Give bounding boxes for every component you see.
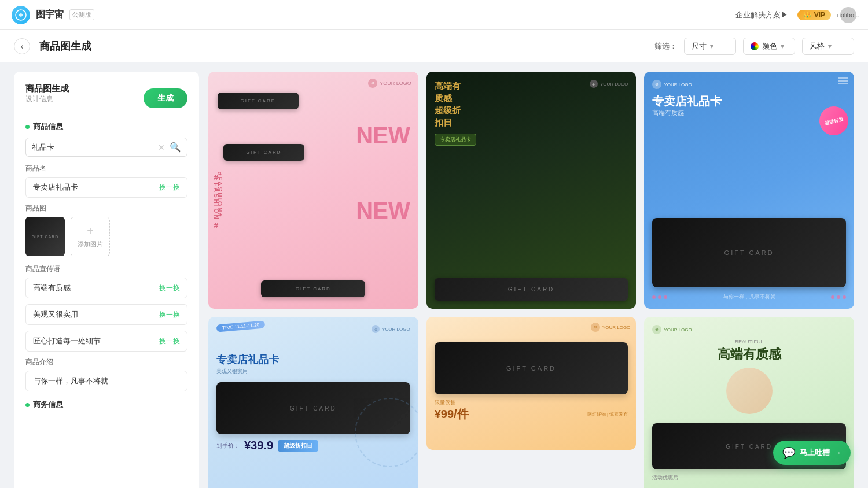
card-3-header: ⊕ YOUR LOGO bbox=[652, 80, 846, 89]
card-3-logo-text: YOUR LOGO bbox=[664, 82, 692, 87]
add-image-button[interactable]: + 添加图片 bbox=[71, 217, 110, 256]
dot-1 bbox=[652, 295, 656, 299]
card-4-light-blue[interactable]: TIME 11.11-11.20 ⊕ YOUR LOGO 专卖店礼品卡 美观又很… bbox=[208, 317, 418, 488]
clear-icon[interactable]: ✕ bbox=[158, 143, 165, 152]
panel-subtitle: 设计信息 bbox=[25, 94, 69, 104]
product-image-thumb[interactable]: GIFT CARD bbox=[25, 217, 65, 256]
generate-button[interactable]: 生成 bbox=[144, 88, 187, 108]
card-4-title: 专卖店礼品卡 bbox=[216, 353, 410, 367]
color-filter[interactable]: 颜色 ▾ bbox=[743, 38, 795, 55]
search-input[interactable] bbox=[32, 143, 153, 151]
slogan-3-swap[interactable]: 换一换 bbox=[159, 337, 180, 346]
gift-card-3-wrap: GIFT CARD bbox=[261, 280, 365, 297]
card-2-giftcard-text: GIFT CARD bbox=[508, 286, 555, 293]
circle-deco bbox=[726, 368, 773, 414]
vip-badge[interactable]: 👑 VIP bbox=[797, 10, 831, 20]
card-5-logo: ⊕ YOUR LOGO bbox=[591, 323, 630, 332]
gift-card-text-3: GIFT CARD bbox=[296, 286, 331, 291]
card-5-footer-1: 限量仅售： bbox=[435, 399, 628, 406]
slogan-1-row: 高端有质感 换一换 bbox=[25, 278, 187, 298]
page-title: 商品图生成 bbox=[39, 39, 91, 53]
main-layout: 商品图生成 设计信息 生成 商品信息 ✕ 🔍 商品名 专卖店礼品卡 换一换 商品… bbox=[0, 62, 868, 488]
dot-2 bbox=[658, 295, 661, 299]
card-3-bottom: 与你一样，凡事不将就 bbox=[652, 293, 846, 301]
slogan-label: 商品宣传语 bbox=[25, 264, 187, 274]
gift-card-text-2: GIFT CARD bbox=[247, 150, 282, 155]
gift-card-1: GIFT CARD bbox=[218, 93, 299, 109]
chevron-down-icon-3: ▾ bbox=[828, 42, 832, 50]
slogan-2-value: 美观又很实用 bbox=[33, 309, 78, 320]
enterprise-link[interactable]: 企业解决方案▶ bbox=[735, 10, 788, 20]
style-filter[interactable]: 风格 ▾ bbox=[802, 38, 854, 55]
gift-card-2: GIFT CARD bbox=[223, 144, 304, 161]
gift-card-text-1: GIFT CARD bbox=[241, 98, 276, 103]
feedback-text: 马上吐槽 bbox=[800, 448, 830, 458]
discount-badge: 超级折扣日 bbox=[278, 440, 318, 452]
size-filter[interactable]: 尺寸 ▾ bbox=[684, 38, 736, 55]
card-6-beautiful: — BEAUTIFUL — bbox=[652, 339, 846, 345]
store-badge: 专卖店礼品卡 bbox=[435, 134, 476, 146]
section-dot-icon-2 bbox=[25, 403, 30, 407]
card-1-logo: ⊕ YOUR LOGO bbox=[368, 79, 411, 88]
dot-6 bbox=[843, 295, 846, 299]
card-2-logo: ⊕ YOUR LOGO bbox=[590, 80, 628, 88]
section-dot-icon bbox=[25, 125, 30, 129]
panel-title-group: 商品图生成 设计信息 bbox=[25, 83, 69, 113]
panel-title: 商品图生成 bbox=[25, 83, 69, 94]
slogan-1-swap[interactable]: 换一换 bbox=[159, 283, 180, 293]
style-filter-label: 风格 bbox=[810, 41, 825, 51]
card-3-subtitle: 高端有质感 bbox=[652, 109, 846, 117]
brand-name: 图宇宙 bbox=[36, 9, 64, 21]
user-avatar[interactable]: nolibo... bbox=[840, 7, 856, 23]
search-icon[interactable]: 🔍 bbox=[170, 142, 181, 153]
card-5-autumn[interactable]: ⊕ YOUR LOGO GIFT CARD 限量仅售： ¥99/件 网红好物 |… bbox=[426, 317, 637, 450]
logo-icon bbox=[12, 6, 30, 24]
biz-info-section: 商务信息 bbox=[25, 400, 187, 410]
crown-icon: 👑 bbox=[803, 11, 812, 19]
product-name-value: 专卖店礼品卡 bbox=[33, 182, 78, 193]
header-right: 企业解决方案▶ 👑 VIP nolibo... bbox=[735, 7, 856, 23]
slogan-2-row: 美观又很实用 换一换 bbox=[25, 304, 187, 325]
card-5-giftcard: GIFT CARD bbox=[435, 342, 628, 394]
product-info-section: 商品信息 bbox=[25, 121, 187, 132]
card-2-dark-premium[interactable]: 高端有质感超级折扣日 专卖店礼品卡 ⊕ YOUR LOGO GIFT CARD bbox=[426, 72, 637, 309]
card-4-logo-text: YOUR LOGO bbox=[382, 327, 410, 332]
desc-row: 与你一样，凡事不将就 bbox=[25, 371, 187, 391]
product-name-swap[interactable]: 换一换 bbox=[159, 183, 180, 193]
card-4-logo-circle: ⊕ bbox=[372, 325, 380, 333]
card-1-pink-fashion[interactable]: ⊕ YOUR LOGO #FASHION# GIFT CARD NEW # FA… bbox=[208, 72, 418, 309]
slogan-3-row: 匠心打造每一处细节 换一换 bbox=[25, 331, 187, 352]
size-filter-label: 尺寸 bbox=[692, 41, 707, 51]
card-2-giftcard: GIFT CARD bbox=[435, 278, 628, 301]
feedback-bubble[interactable]: 💬 马上吐槽 → bbox=[773, 441, 851, 465]
thumb-text: GIFT CARD bbox=[32, 235, 59, 239]
header: 图宇宙 公测版 企业解决方案▶ 👑 VIP nolibo... bbox=[0, 0, 868, 30]
card-5-price-row: ¥99/件 网红好物 | 惊喜发布 bbox=[435, 406, 628, 422]
card-3-blue-specialty[interactable]: ⊕ YOUR LOGO 专卖店礼品卡 高端有质感 超级好货 GIFT CARD bbox=[644, 72, 854, 309]
card-3-title: 专卖店礼品卡 bbox=[652, 94, 846, 109]
slogan-3-value: 匠心打造每一处细节 bbox=[33, 336, 101, 346]
card-6-giftcard-text: GIFT CARD bbox=[726, 443, 773, 450]
deco-lines-icon bbox=[838, 77, 848, 84]
slogan-2-swap[interactable]: 换一换 bbox=[159, 310, 180, 320]
toolbar-right: 筛选： 尺寸 ▾ 颜色 ▾ 风格 ▾ bbox=[654, 38, 854, 55]
img-row: GIFT CARD + 添加图片 bbox=[25, 217, 187, 256]
back-button[interactable]: ‹ bbox=[14, 38, 30, 54]
card-6-logo-circle: ⊕ bbox=[652, 325, 661, 334]
globe-deco bbox=[355, 398, 418, 467]
card-1-logo-text: YOUR LOGO bbox=[380, 80, 411, 86]
product-info-title: 商品信息 bbox=[33, 121, 63, 132]
slogan-1-value: 高端有质感 bbox=[33, 283, 71, 293]
dots-row-right bbox=[831, 295, 846, 299]
card-6-logo-text: YOUR LOGO bbox=[664, 327, 692, 332]
filter-label: 筛选： bbox=[654, 41, 677, 51]
store-badge-wrap: 专卖店礼品卡 bbox=[435, 133, 478, 146]
deco-line-2 bbox=[838, 80, 848, 82]
beta-tag: 公测版 bbox=[69, 9, 94, 20]
card-2-logo-text: YOUR LOGO bbox=[600, 82, 628, 87]
logo-svg bbox=[14, 9, 27, 21]
card-5-logo-circle: ⊕ bbox=[591, 323, 600, 332]
search-row: ✕ 🔍 bbox=[25, 138, 187, 157]
card-3-logo: ⊕ YOUR LOGO bbox=[652, 80, 692, 89]
desc-value: 与你一样，凡事不将就 bbox=[33, 376, 108, 386]
